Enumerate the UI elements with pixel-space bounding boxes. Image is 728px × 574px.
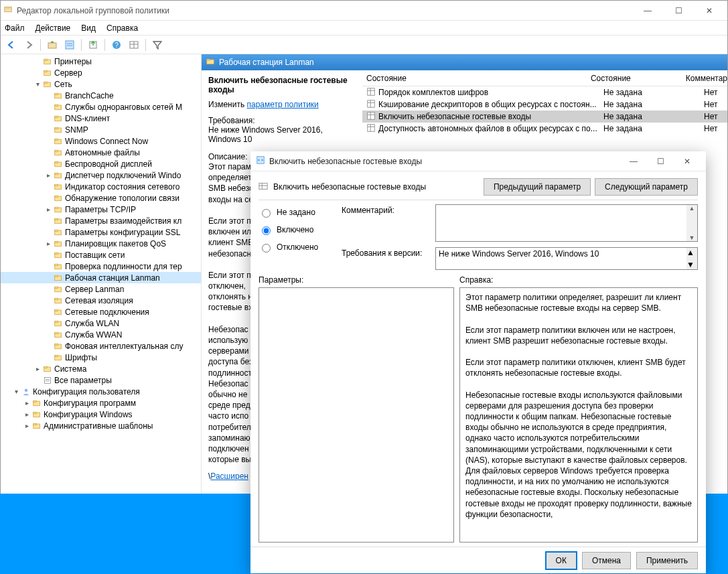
menu-file[interactable]: Файл (5, 23, 25, 33)
svg-rect-59 (55, 321, 58, 322)
tree[interactable]: ПринтерыСервер▾СетьBranchCacheСлужбы одн… (1, 54, 201, 550)
tree-item[interactable]: Windows Connect Now (1, 135, 201, 147)
tree-item[interactable]: Сетевые подключения (1, 306, 201, 317)
menu-help[interactable]: Справка (106, 23, 138, 33)
req-label: Требования: (208, 116, 356, 125)
expand-icon[interactable]: ▸ (22, 422, 31, 429)
tree-item[interactable]: ▾Сеть (1, 78, 201, 90)
tree-item[interactable]: Индикатор состояния сетевого (1, 181, 201, 192)
tree-item[interactable]: DNS-клиент (1, 113, 201, 124)
expand-icon[interactable]: ▸ (22, 399, 31, 407)
tree-item[interactable]: Обнаружение топологии связи (1, 192, 201, 204)
svg-rect-83 (368, 100, 375, 107)
tree-item[interactable]: Служба WLAN (1, 317, 201, 329)
tree-item[interactable]: ▸Система (1, 363, 201, 374)
next-setting-button[interactable]: Следующий параметр (595, 178, 698, 196)
tree-item[interactable]: ▸Параметры TCP/IP (1, 204, 201, 215)
tree-item[interactable]: Параметры взаимодействия кл (1, 215, 201, 226)
policy-row[interactable]: Доступность автономных файлов в общих ре… (362, 123, 727, 135)
tree-item[interactable]: ▸Конфигурация Windows (1, 409, 201, 420)
params-panel[interactable] (259, 287, 454, 543)
tree-item[interactable]: Рабочая станция Lanman (1, 272, 201, 283)
properties-icon[interactable] (62, 38, 78, 52)
up-icon[interactable] (44, 38, 60, 52)
tree-item[interactable]: ▾Конфигурация пользователя (1, 386, 201, 397)
tree-item[interactable]: SNMP (1, 124, 201, 135)
apply-button[interactable]: Применить (636, 552, 698, 569)
menu-action[interactable]: Действие (35, 23, 71, 33)
details-title: Рабочая станция Lanman (219, 58, 314, 67)
tree-item-label: Конфигурация программ (44, 399, 136, 408)
tree-item[interactable]: Службы одноранговых сетей М (1, 101, 201, 113)
table-icon[interactable] (126, 38, 142, 52)
radio-not-set[interactable]: Не задано (259, 207, 325, 218)
expand-icon[interactable]: ▸ (22, 411, 31, 418)
filter-icon[interactable] (149, 38, 165, 52)
cancel-button[interactable]: Отмена (582, 552, 631, 569)
folder-icon (53, 125, 64, 135)
close-button[interactable]: ✕ (694, 1, 725, 20)
expand-icon[interactable]: ▸ (44, 240, 53, 247)
tree-item[interactable]: Проверка подлинности для тер (1, 261, 201, 272)
tree-item[interactable]: BranchCache (1, 90, 201, 101)
svg-rect-43 (55, 230, 58, 231)
tree-item[interactable]: Сервер (1, 67, 201, 78)
tree-item[interactable]: ▸Диспетчер подключений Windo (1, 169, 201, 181)
export-icon[interactable] (85, 38, 101, 52)
col-header-name[interactable]: Состояние (362, 74, 591, 83)
prev-setting-button[interactable]: Предыдущий параметр (484, 178, 591, 196)
comment-textarea[interactable]: ▲▼ (435, 204, 698, 242)
policy-row[interactable]: Порядок комплектов шифровНе заданаНет (362, 86, 727, 98)
menu-view[interactable]: Вид (81, 23, 96, 33)
forward-icon[interactable] (21, 38, 37, 52)
requirements-box: Не ниже Windows Server 2016, Windows 10 … (435, 247, 698, 270)
expand-icon[interactable]: ▾ (11, 388, 21, 395)
folder-icon (53, 318, 64, 329)
expand-icon[interactable]: ▸ (44, 206, 53, 213)
expand-icon[interactable]: ▸ (33, 365, 42, 372)
ok-button[interactable]: ОК (546, 552, 577, 569)
tree-item-label: Проверка подлинности для тер (65, 262, 182, 271)
help-panel[interactable]: Этот параметр политики определяет, разре… (459, 287, 698, 543)
svg-point-71 (25, 388, 28, 392)
maximize-button[interactable]: ☐ (663, 1, 694, 20)
tree-item[interactable]: Все параметры (1, 374, 201, 386)
edit-link[interactable]: параметр политики (246, 100, 318, 109)
col-header-comment[interactable]: Комментар (686, 74, 727, 83)
tree-pane: ПринтерыСервер▾СетьBranchCacheСлужбы одн… (1, 54, 202, 560)
tree-item[interactable]: ▸Конфигурация программ (1, 397, 201, 409)
dialog-minimize[interactable]: — (620, 151, 647, 171)
expand-link[interactable]: Расширен (210, 472, 248, 481)
tree-item[interactable]: Поставщик сети (1, 249, 201, 261)
radio-enabled[interactable]: Включено (259, 224, 325, 235)
policy-row[interactable]: Кэширование дескрипторов в общих ресурса… (362, 98, 727, 111)
tree-item[interactable]: Шрифты (1, 352, 201, 363)
expand-icon[interactable]: ▾ (33, 80, 42, 88)
tree-item[interactable]: Принтеры (1, 56, 201, 67)
help-icon[interactable]: ? (108, 38, 125, 52)
dialog-title: Включить небезопасные гостевые входы (269, 157, 620, 166)
tree-item[interactable]: Служба WWAN (1, 329, 201, 340)
minimize-button[interactable]: — (632, 1, 663, 20)
tree-item[interactable]: ▸Планировщик пакетов QoS (1, 238, 201, 249)
dialog-maximize[interactable]: ☐ (647, 151, 674, 171)
svg-rect-29 (55, 150, 58, 151)
tree-item[interactable]: Фоновая интеллектуальная слу (1, 340, 201, 352)
radio-disabled[interactable]: Отключено (259, 242, 325, 253)
dialog-close[interactable]: ✕ (674, 151, 701, 171)
tree-item[interactable]: Сетевая изоляция (1, 295, 201, 306)
folder-icon (206, 58, 215, 68)
policy-icon (366, 99, 376, 111)
tree-item[interactable]: Автономные файлы (1, 147, 201, 158)
back-icon[interactable] (3, 38, 19, 52)
tree-item[interactable]: ▸Административные шаблоны (1, 420, 201, 431)
folder-icon (31, 421, 42, 431)
tree-item[interactable]: Параметры конфигурации SSL (1, 226, 201, 238)
tree-item-label: Все параметры (54, 376, 112, 385)
tree-item[interactable]: Беспроводной дисплей (1, 158, 201, 169)
svg-point-94 (261, 159, 263, 161)
tree-item[interactable]: Сервер Lanman (1, 283, 201, 295)
expand-icon[interactable]: ▸ (44, 171, 53, 179)
policy-row[interactable]: Включить небезопасные гостевые входыНе з… (362, 111, 727, 123)
col-header-state[interactable]: Состояние (591, 74, 686, 83)
